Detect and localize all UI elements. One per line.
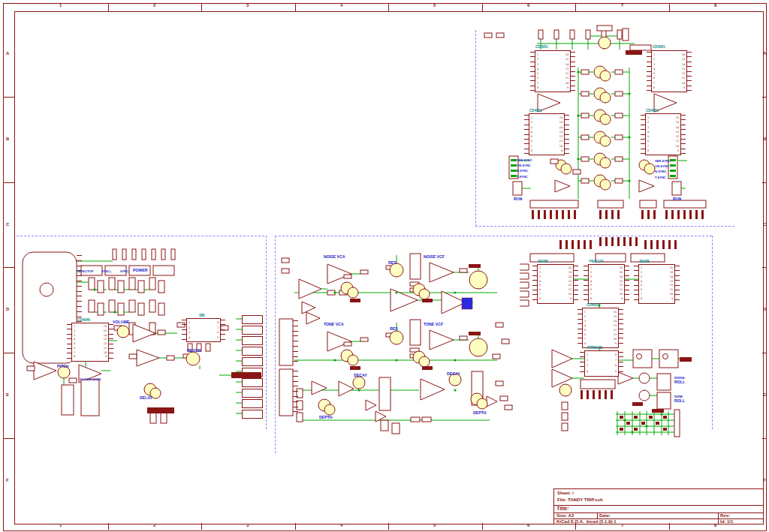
region-interface: SYNC/TOP SYNC+ SYNC- POWER CD4046 1 2 3 … [17,236,268,432]
net-label[interactable]: SYNC/TOP [78,269,93,274]
titleblock-size: Size: A3 [556,513,574,518]
zone-col: 1 [59,3,62,8]
tick [295,3,296,11]
ic-cd4046[interactable]: 1 2 3 4 5 6 7 8 16 15 14 13 12 11 10 9 [71,323,109,362]
net-label-delay[interactable]: DELAY [140,395,152,400]
pin-numbers: 8 7 6 5 [615,353,617,374]
ic-value: CD4051 [587,303,599,307]
hier-label[interactable] [626,50,642,55]
connector[interactable] [242,410,263,419]
connector[interactable] [242,347,263,356]
zone-row: E [6,392,9,397]
connector[interactable] [242,336,263,345]
ic-cd4051-2[interactable]: 1 2 3 4 5 6 7 8 16 15 14 13 12 11 10 9 [651,50,687,92]
pin-numbers: 1 2 3 4 5 6 7 8 [647,116,649,153]
pin-header[interactable] [641,210,656,219]
hier-label[interactable] [231,372,261,378]
connector[interactable] [242,378,263,387]
net-label-sync[interactable]: VAR-SYNC 1/N-SYNC N-SYNC T-SYNC [517,158,532,179]
connector[interactable] [242,389,263,398]
ic-cd4051-4[interactable]: 1 2 3 4 5 6 7 8 16 15 14 13 12 11 10 9 [645,113,681,155]
tick [669,3,670,11]
titleblock-sheet: Sheet: / [557,491,574,495]
net-label-tone-roll[interactable]: tone ROLL [674,394,685,403]
ic-cd4051-5[interactable]: 1 2 3 4 5 6 7 8 16 15 14 13 12 11 10 9 [582,308,619,348]
zone-col: 3 [246,523,249,527]
tick [762,438,766,439]
net-label-clock-sync[interactable]: CLOCK SYNC [80,377,101,382]
ic-attiny85[interactable]: 1 2 3 4 8 7 6 5 [584,350,619,377]
tick [201,3,202,11]
connector-pins[interactable] [293,320,298,364]
ic-value: 4042B [538,260,548,263]
net-label-noise-vcf[interactable]: NOISE VCF [424,254,445,259]
tick [762,97,766,98]
ic-4042-1[interactable]: 1 2 3 4 5 6 7 8 16 15 14 13 12 11 10 9 [537,264,574,304]
zone-row: A [763,51,766,56]
pin-numbers: 16 15 14 13 12 11 10 9 [614,310,617,346]
tick [201,523,202,530]
pin-header[interactable] [665,210,706,219]
ic-386[interactable]: 1 2 3 4 8 7 6 5 [186,318,221,342]
net-label-decay[interactable]: DECAY [354,373,367,377]
net-label-depth[interactable]: DEPTH [319,415,333,419]
net-label-tone-vcf[interactable]: TONE VCF [424,322,443,326]
pin-numbers: 1 2 3 4 5 6 7 8 [74,325,75,359]
zone-col: 2 [153,3,155,8]
net-label-power[interactable]: POWER [133,268,148,272]
net-label-pitch[interactable]: PITCH [57,364,69,368]
ic-value: 386 [199,314,205,317]
pin-numbers: 8 7 6 5 [217,320,219,340]
zone-row: C [763,222,766,227]
pin-header[interactable] [599,237,638,246]
pin-header[interactable] [559,240,594,249]
schematic-graphics [272,236,520,453]
net-label-res[interactable]: RES [388,260,397,265]
net-label-res[interactable]: RES [390,326,398,331]
ic-cd4051-3[interactable]: 1 2 3 4 5 6 7 8 16 15 14 13 12 11 10 9 [529,113,565,155]
pin-header[interactable] [532,210,578,219]
tick [3,97,14,98]
pin-header[interactable] [581,390,615,399]
connector-pins[interactable] [293,371,298,414]
net-label-noise-roll[interactable]: noise ROLL [674,375,685,384]
ic-cd4051-1[interactable]: 1 2 3 4 5 6 7 8 16 15 14 13 12 11 10 9 [535,50,571,92]
pin-header[interactable] [644,240,679,249]
titleblock-rev: Rev: [720,513,730,518]
net-label-tone-vca[interactable]: TONE VCA [324,322,344,326]
tick [3,438,14,439]
connector[interactable] [242,315,263,324]
zone-col: 6 [527,3,529,8]
divider [718,512,719,524]
schematic-graphics [17,236,268,432]
net-label-sync[interactable]: VAR-SYNC 1/N-SYNC N-SYNC T-SYNC [655,158,671,180]
tick [108,523,109,530]
tick [482,3,483,11]
zone-col: 5 [433,523,436,527]
region-logic: 4042B 1 2 3 4 5 6 7 8 16 15 14 13 12 11 … [520,236,716,442]
ic-value: CD4051 [653,45,665,49]
ic-value: CD4051 [535,45,548,49]
net-label-run[interactable]: RUN [514,197,522,201]
ic-74hc174[interactable]: 1 2 3 4 5 6 7 8 16 15 14 13 12 11 10 9 [588,264,625,304]
zone-row: F [763,478,766,482]
connector[interactable] [242,326,263,335]
net-label-depth[interactable]: DEPTH [473,410,487,415]
net-label-volume[interactable]: VOLUME [113,320,129,324]
net-label-decay[interactable]: DECAY [447,371,460,376]
pin-numbers: 16 15 14 13 12 11 10 9 [559,116,562,153]
zone-col: 8 [714,3,716,8]
ic-4042-2[interactable]: 1 2 3 4 5 6 7 8 16 15 14 13 12 11 10 9 [638,264,675,304]
pin-header[interactable] [599,210,623,219]
hier-label[interactable] [147,407,174,413]
tick [3,353,14,353]
net-label-noise-vca[interactable]: NOISE VCA [324,254,345,259]
connector[interactable] [242,357,263,366]
schematic-sheet: 1 2 3 4 5 6 7 8 1 2 3 4 5 6 7 8 A B C D … [0,0,769,532]
zone-col: 6 [527,523,529,527]
net-label[interactable]: SYNC+ [101,269,111,274]
net-label[interactable]: SYNC- [120,269,129,274]
connector[interactable] [242,399,263,408]
net-label-regen[interactable]: REGEN [187,348,201,353]
net-label-run[interactable]: RUN [673,197,681,201]
